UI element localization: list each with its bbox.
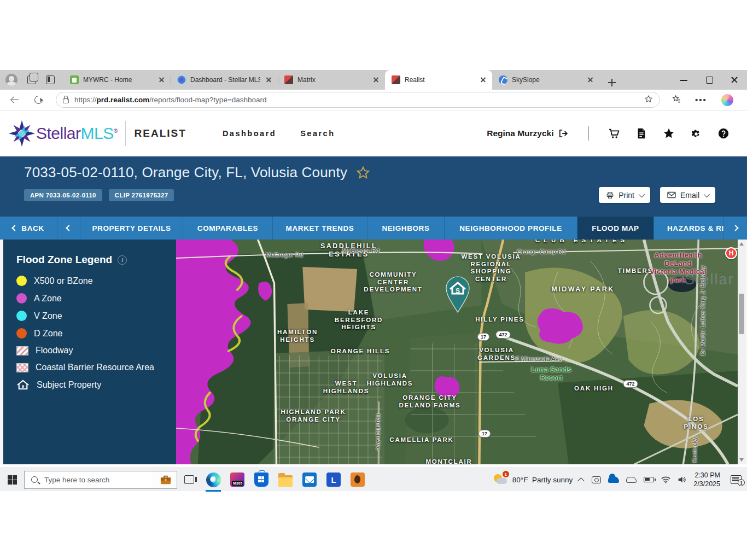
start-button[interactable] [0,468,24,492]
taskbar-search[interactable]: Type here to search [24,471,177,489]
tab-workspaces-icon[interactable] [27,75,36,84]
map-road-label: N Kentucky [691,437,698,464]
tab-title: MYWRC - Home [83,76,153,84]
report-nav: BACK PROPERTY DETAILS COMPARABLES MARKET… [0,217,747,240]
tray-expand-icon[interactable] [577,477,585,485]
scrollbar-thumb[interactable] [739,294,744,334]
favorites-star-icon[interactable] [663,127,675,139]
tab-close-icon[interactable] [479,75,488,84]
wifi-icon[interactable] [661,476,670,483]
subject-property-pin[interactable]: S [445,276,471,313]
taskbar-weather[interactable]: 1 80°F Partly sunny [493,473,573,486]
copilot-icon[interactable] [721,94,733,106]
gear-icon[interactable] [690,127,702,139]
legend-item-v-zone: V Zone [16,311,176,321]
refresh-button[interactable] [33,94,44,106]
info-icon[interactable]: i [118,255,127,265]
tab-close-icon[interactable] [265,75,273,84]
taskbar-edge-icon[interactable] [201,468,225,492]
tab-close-icon[interactable] [372,75,381,84]
onedrive-icon[interactable] [608,476,619,483]
route-shield-472: 472 [623,380,638,388]
taskbar-l-app-icon[interactable]: L [322,468,346,492]
favorites-bar-icon[interactable] [672,95,681,106]
taskbar-orange-app-icon[interactable] [346,468,370,492]
page-url[interactable]: https://prd.realist.com/reports/flood-ma… [74,96,267,104]
tab-property-details[interactable]: PROPERTY DETAILS [80,217,183,240]
legend-item-coastal: Coastal Barrier Resource Area [16,363,176,372]
window-restore-button[interactable] [697,70,722,90]
cart-icon[interactable] [608,127,620,139]
favorite-page-icon[interactable] [644,95,653,106]
document-icon[interactable] [635,127,647,139]
taskbar-file-explorer-icon[interactable] [273,468,297,492]
taskbar-store-icon[interactable] [249,468,273,492]
svg-text:s: s [22,384,25,389]
pin-s-label: S [456,287,460,295]
browser-tab-realist-active[interactable]: Realist [385,70,492,90]
tab-close-icon[interactable] [157,75,166,84]
search-placeholder: Type here to search [44,476,154,484]
resort-poi-label: Luna Sands Resort [531,366,571,382]
battery-icon[interactable] [644,477,654,482]
divider [588,126,589,141]
print-button[interactable]: Print [599,187,650,203]
windows-logo-icon [8,475,17,485]
nav-dashboard[interactable]: Dashboard [223,129,276,138]
tab-neighbors[interactable]: NEIGHBORS [367,217,445,240]
tab-close-icon[interactable] [586,75,595,84]
scroll-tabs-right[interactable] [724,217,747,240]
browser-tab-mywrc[interactable]: MYWRC - Home [63,70,171,90]
tab-comparables[interactable]: COMPARABLES [183,217,273,240]
floodway-swatch [16,346,28,355]
legend-item-a-zone: A Zone [16,293,176,304]
scroll-down-icon[interactable] [739,458,744,462]
map-scrollbar[interactable] [738,240,745,464]
browser-menu-icon[interactable]: ••• [695,95,707,104]
nav-search[interactable]: Search [300,129,335,138]
taskbar-mail-icon[interactable] [297,468,322,492]
browser-tab-stellar-dashboard[interactable]: Dashboard - Stellar MLS [171,70,278,90]
email-button[interactable]: Email [660,187,715,203]
map-area-label: MIDWAY PARK [551,285,614,294]
scroll-up-icon[interactable] [739,242,744,246]
stellar-mls-logo[interactable]: StellarMLS® [8,119,118,148]
map-area-label: HILLY PINES [475,316,524,324]
hospital-icon: H [725,247,737,259]
volume-icon[interactable] [678,476,686,483]
tab-flood-map-active[interactable]: FLOOD MAP [577,217,654,240]
help-icon[interactable] [717,127,730,139]
flood-map[interactable]: SADDLEHILL ESTATES COMMUNITY CENTER DEVE… [176,240,738,464]
taskbar-clock[interactable]: 2:30 PM 2/3/2025 [693,471,720,489]
task-view-button[interactable] [177,468,201,492]
address-bar[interactable]: https://prd.realist.com/reports/flood-ma… [56,92,660,108]
tab-neighborhood-profile[interactable]: NEIGHBORHOOD PROFILE [445,217,577,240]
browser-profile-icon[interactable] [5,74,17,86]
taskbar-m365-icon[interactable]: M365 [225,468,249,492]
envelope-icon [667,191,676,199]
tab-market-trends[interactable]: MARKET TRENDS [273,217,367,240]
window-close-button[interactable] [722,70,747,90]
favorite-property-star-icon[interactable] [356,166,370,180]
browser-tab-skyslope[interactable]: SkySlope [492,70,599,90]
map-area-label: ORANGE CITY DELAND FARMS [399,394,461,409]
scroll-tabs-left[interactable] [57,217,80,240]
map-area-label: LAKE BERESFORD HEIGHTS [335,309,383,331]
map-area-label: LOS PINOS [675,416,717,430]
briefcase-icon[interactable] [154,471,177,488]
tab-hazards[interactable]: HAZARDS & RI [654,217,724,240]
vertical-tabs-icon[interactable] [46,75,55,84]
back-tab[interactable]: BACK [0,217,57,240]
back-button[interactable] [10,95,20,105]
search-icon [31,476,38,483]
meet-now-icon[interactable] [592,476,601,483]
map-area-label: VOLUSIA GARDENS [477,347,516,361]
window-minimize-button[interactable] [672,70,697,90]
sync-cloud-icon[interactable] [626,477,637,483]
notification-center-icon[interactable]: 1 [731,475,742,484]
new-tab-button[interactable] [605,75,619,90]
browser-tab-matrix[interactable]: Matrix [278,70,385,90]
user-menu[interactable]: Regina Murzycki [487,129,568,138]
notification-badge: 1 [738,479,745,486]
route-shield-17: 17 [477,333,489,341]
